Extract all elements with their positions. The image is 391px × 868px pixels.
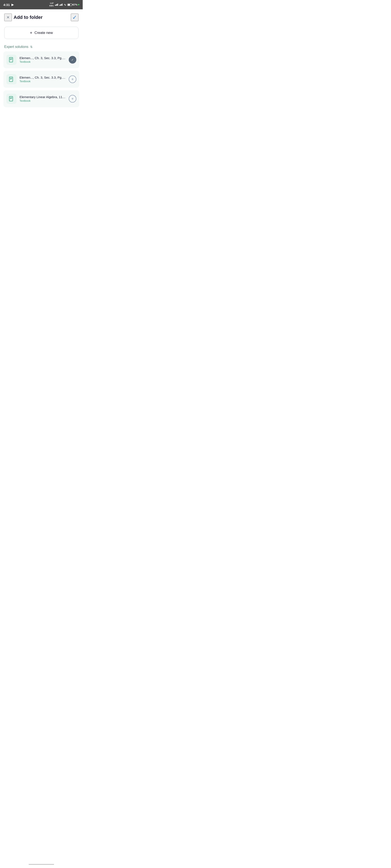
section-header: Expert solutions ⇅ (0, 43, 83, 51)
folder-type: Textbook (20, 99, 66, 102)
folder-name: Elemen..., Ch. 3, Sec. 3.3, Pg. 163, Ex.… (20, 76, 66, 79)
battery-icon (67, 4, 72, 6)
plus-icon: + (30, 31, 32, 35)
sort-icon[interactable]: ⇅ (30, 45, 33, 49)
folder-name: Elementary Linear Algebra, 11th Editi... (20, 95, 66, 99)
folder-type: Textbook (20, 80, 66, 83)
list-item[interactable]: Elemen..., Ch. 3, Sec. 3.3, Pg. 163, Ex.… (3, 71, 79, 88)
svg-rect-9 (9, 77, 9, 82)
battery-container: 57% (67, 3, 79, 6)
item-add-button[interactable]: + (69, 95, 76, 102)
folder-info: Elementary Linear Algebra, 11th Editi...… (20, 95, 66, 102)
battery-dot (78, 4, 79, 5)
status-right: 1.67 KB/s ∿ 57% (49, 2, 79, 7)
folder-icon-container (6, 55, 17, 65)
add-circle-icon: + (71, 77, 74, 82)
camera-icon: ▶ (11, 3, 14, 6)
list-item[interactable]: Elementary Linear Algebra, 11th Editi...… (3, 90, 79, 107)
item-add-button[interactable]: + (69, 75, 76, 83)
folder-icon-container (6, 94, 17, 104)
signal-bars-1 (55, 4, 58, 6)
network-speed: 1.67 KB/s (49, 2, 54, 7)
check-icon: ✓ (71, 58, 74, 61)
create-new-label: Create new (34, 31, 53, 35)
item-selected-button[interactable]: ✓ (69, 56, 76, 64)
textbook-icon (8, 57, 14, 63)
create-new-section: + Create new (0, 25, 83, 43)
battery-fill (68, 4, 70, 5)
page-title: Add to folder (13, 14, 71, 20)
svg-rect-4 (9, 57, 9, 62)
svg-rect-14 (9, 96, 9, 101)
wifi-icon: ∿ (64, 3, 66, 6)
status-time: 4:31 (3, 3, 10, 6)
signal-bars-2 (59, 4, 63, 6)
battery-percent: 57% (73, 3, 78, 6)
status-left: 4:31 ▶ (3, 3, 14, 6)
status-bar: 4:31 ▶ 1.67 KB/s ∿ 57% (0, 0, 83, 9)
folder-info: Elemen..., Ch. 3, Sec. 3.3, Pg. 163, Ex.… (20, 56, 66, 63)
create-new-button[interactable]: + Create new (4, 27, 79, 39)
folder-info: Elemen..., Ch. 3, Sec. 3.3, Pg. 163, Ex.… (20, 76, 66, 83)
list-item[interactable]: Elemen..., Ch. 3, Sec. 3.3, Pg. 163, Ex.… (3, 51, 79, 68)
folder-name: Elemen..., Ch. 3, Sec. 3.3, Pg. 163, Ex.… (20, 56, 66, 60)
folder-type: Textbook (20, 60, 66, 63)
folder-list: Elemen..., Ch. 3, Sec. 3.3, Pg. 163, Ex.… (0, 51, 83, 107)
header: × Add to folder ✓ (0, 9, 83, 25)
folder-icon-container (6, 74, 17, 84)
textbook-icon (8, 96, 14, 102)
close-button[interactable]: × (4, 13, 12, 21)
add-circle-icon: + (71, 97, 74, 101)
textbook-icon (8, 76, 14, 82)
confirm-button[interactable]: ✓ (71, 13, 79, 21)
section-title: Expert solutions (4, 45, 28, 49)
